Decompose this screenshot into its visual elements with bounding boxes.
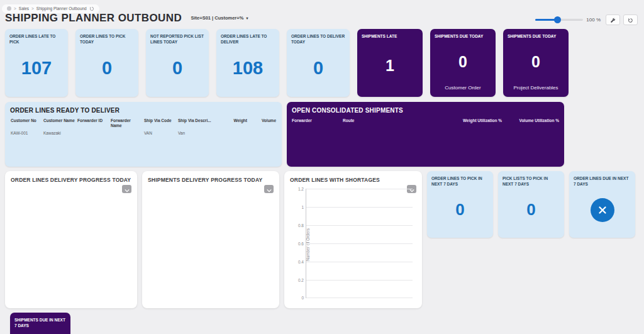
table-cell[interactable]: VAN — [143, 130, 177, 136]
kpi-order-lines-to-pick-today[interactable]: ORDER LINES TO PICK TODAY 0 — [75, 29, 138, 97]
kpi-value: 108 — [233, 58, 263, 79]
kpi-not-reported-pick-list-lines[interactable]: NOT REPORTED PICK LIST LINES TODAY 0 — [146, 29, 209, 97]
kpi-shipments-due-today-project-deliverables[interactable]: SHIPMENTS DUE TODAY 0 Project Deliverabl… — [503, 29, 569, 97]
error-x-icon — [591, 198, 614, 222]
table-cell[interactable] — [248, 130, 277, 136]
zoom-value: 100 % — [586, 17, 601, 23]
chart-gridline — [306, 243, 413, 244]
column-header: Volume — [248, 118, 277, 130]
column-header: Weight Utilization % — [437, 118, 502, 123]
kpi-label: ORDER LINES DUE IN NEXT 7 DAYS — [574, 176, 631, 187]
kpi-shipments-late[interactable]: SHIPMENTS LATE 1 — [357, 29, 423, 97]
panel-shipments-delivery-progress: SHIPMENTS DELIVERY PROGRESS TODAY — [142, 171, 279, 308]
zoom-slider-thumb[interactable] — [554, 16, 561, 23]
table-cell[interactable]: KAW-001 — [10, 130, 43, 136]
kpi-order-lines-to-pick-next-7-days[interactable]: ORDER LINES TO PICK IN NEXT 7 DAYS 0 — [427, 171, 493, 238]
title-row: SHIPPING PLANNER OUTBOUND Site=S01 | Cus… — [5, 12, 639, 27]
filter-label: Site=S01 | Customer=% — [191, 15, 244, 21]
charts-row: ORDER LINES DELIVERY PROGRESS TODAY SHIP… — [5, 171, 635, 308]
consolidated-shipments-table: Forwarder Route Weight Utilization % Vol… — [292, 118, 559, 123]
chart-y-tick: 0.6 — [290, 242, 304, 246]
column-header: Route — [343, 118, 437, 123]
kpi-label: SHIPMENTS DUE TODAY — [435, 34, 491, 40]
kpi-label: ORDER LINES TO PICK TODAY — [80, 34, 134, 45]
kpi-label: ORDER LINES TO DELIVER TODAY — [291, 34, 345, 45]
chevron-down-icon — [125, 184, 130, 195]
kpi-label: ORDER LINES LATE TO PICK — [9, 34, 64, 45]
chart-y-tick: 0.2 — [290, 278, 304, 282]
table-cell[interactable] — [221, 130, 248, 136]
panel-title: ORDER LINES WITH SHORTAGES — [290, 177, 416, 183]
kpi-order-lines-due-next-7-days[interactable]: ORDER LINES DUE IN NEXT 7 DAYS — [569, 171, 635, 238]
panel-title: SHIPMENTS DELIVERY PROGRESS TODAY — [148, 177, 274, 183]
chart-y-tick: 0.8 — [290, 223, 304, 228]
column-header: Ship Via Descri... — [177, 118, 221, 130]
kpi-row: ORDER LINES LATE TO PICK 107 ORDER LINES… — [5, 29, 569, 97]
kpi-order-lines-to-deliver-today[interactable]: ORDER LINES TO DELIVER TODAY 0 — [287, 29, 350, 97]
chart-gridline — [306, 207, 413, 208]
chart-y-tick: 0.4 — [290, 260, 304, 264]
panel-title: ORDER LINES DELIVERY PROGRESS TODAY — [11, 177, 131, 183]
breadcrumb-separator: > — [31, 6, 34, 11]
chart-y-axis-label: Number of Orders — [306, 228, 310, 261]
kpi-sublabel: Customer Order — [435, 85, 491, 92]
kpi-order-lines-late-to-deliver[interactable]: ORDER LINES LATE TO DELIVER 108 — [216, 29, 279, 97]
bottom-row: SHIPMENTS DUE IN NEXT 7 DAYS — [10, 313, 70, 334]
kpi-value: 0 — [458, 53, 467, 71]
panel-order-lines-delivery-progress: ORDER LINES DELIVERY PROGRESS TODAY — [5, 171, 137, 308]
chart-gridline — [306, 298, 413, 298]
breadcrumb-separator: > — [14, 6, 16, 11]
zoom-slider[interactable] — [535, 16, 583, 23]
column-header: Forwarder — [292, 118, 343, 123]
wrench-icon — [610, 14, 616, 26]
kpi-pick-lists-to-pick-next-7-days[interactable]: PICK LISTS TO PICK IN NEXT 7 DAYS 0 — [498, 171, 564, 238]
chevron-down-icon — [267, 184, 272, 195]
kpi-sublabel: Project Deliverables — [508, 85, 564, 92]
tables-row: ORDER LINES READY TO DELIVER Customer No… — [5, 102, 564, 167]
reload-button[interactable] — [623, 14, 638, 25]
table-cell[interactable] — [77, 130, 110, 136]
kpi-label: SHIPMENTS DUE TODAY — [508, 34, 564, 40]
kpi-value: 0 — [313, 58, 323, 79]
kpi-label: ORDER LINES LATE TO DELIVER — [221, 34, 275, 45]
breadcrumb-refresh-icon[interactable] — [89, 6, 94, 11]
breadcrumb-item-sales[interactable]: Sales — [19, 6, 29, 11]
column-header: Forwarder Name — [110, 118, 143, 130]
kpi-value: 1 — [386, 57, 394, 75]
column-header: Customer No — [10, 118, 43, 130]
panel-order-lines-ready-to-deliver: ORDER LINES READY TO DELIVER Customer No… — [5, 102, 282, 167]
shortages-chart: Number of Orders 1.2 1 0.8 0.6 0.4 0.2 0 — [306, 189, 413, 298]
table-cell[interactable]: Van — [177, 130, 221, 136]
page-title: SHIPPING PLANNER OUTBOUND — [5, 12, 182, 25]
kpi-value: 0 — [526, 200, 535, 220]
kpi-label: SHIPMENTS LATE — [362, 34, 418, 40]
filter-selector[interactable]: Site=S01 | Customer=% ▾ — [191, 15, 248, 21]
table-cell[interactable] — [110, 130, 143, 136]
kpi-order-lines-late-to-pick[interactable]: ORDER LINES LATE TO PICK 107 — [5, 29, 68, 97]
top-controls: 100 % — [535, 14, 638, 25]
kpi-shipments-due-today-customer-order[interactable]: SHIPMENTS DUE TODAY 0 Customer Order — [430, 29, 496, 97]
column-header: Ship Via Code — [143, 118, 177, 130]
settings-wrench-button[interactable] — [606, 14, 620, 25]
column-header: Forwarder ID — [77, 118, 110, 130]
home-icon[interactable] — [7, 6, 11, 11]
shipping-planner-dashboard: > Sales > Shipping Planner Outbound SHIP… — [0, 0, 644, 334]
reload-icon — [628, 14, 633, 26]
chart-y-tick: 1.2 — [290, 187, 304, 191]
panel-dropdown-button[interactable] — [264, 185, 274, 193]
chart-gridline — [306, 280, 413, 281]
breadcrumb-item-current: Shipping Planner Outbound — [36, 6, 87, 11]
kpi-label: NOT REPORTED PICK LIST LINES TODAY — [150, 34, 204, 45]
panel-title: OPEN CONSOLIDATED SHIPMENTS — [292, 107, 559, 114]
ready-to-deliver-table: Customer No Customer Name Forwarder ID F… — [10, 118, 277, 136]
kpi-value: 0 — [102, 58, 112, 79]
panel-open-consolidated-shipments: OPEN CONSOLIDATED SHIPMENTS Forwarder Ro… — [287, 102, 564, 167]
kpi-value: 0 — [531, 53, 540, 71]
chart-y-tick: 1 — [290, 205, 304, 209]
table-cell[interactable]: Kawazaki — [43, 130, 77, 136]
panel-dropdown-button[interactable] — [122, 185, 131, 193]
kpi-value: 0 — [455, 200, 464, 220]
kpi-shipments-due-next-7-days[interactable]: SHIPMENTS DUE IN NEXT 7 DAYS — [10, 313, 70, 334]
chart-gridline — [306, 189, 413, 189]
panel-title: ORDER LINES READY TO DELIVER — [10, 107, 277, 114]
